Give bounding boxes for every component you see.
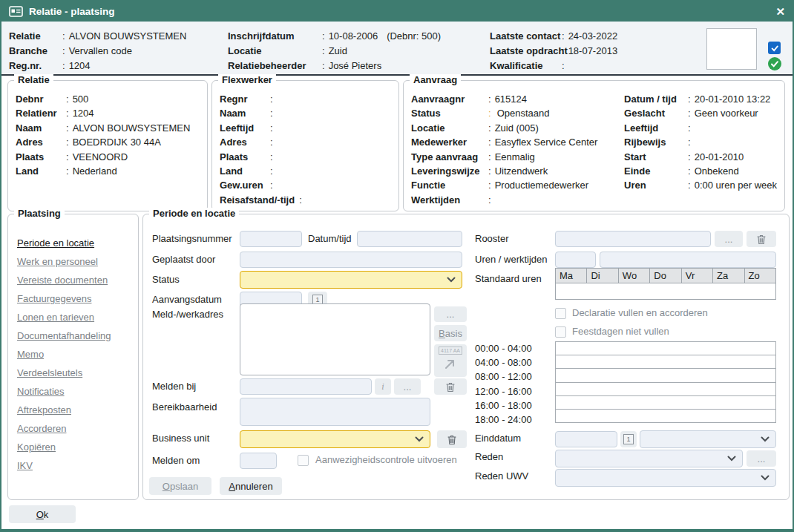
nav-item-periode-en-locatie[interactable]: Periode en locatie xyxy=(17,234,138,252)
ellipsis-icon: ... xyxy=(447,309,455,320)
aanvraag-left-column: Aanvraagnr:615124 Status:Openstaand Loca… xyxy=(411,92,624,207)
trash-icon xyxy=(447,434,457,445)
status-select[interactable] xyxy=(240,271,462,289)
feestdagen-label: Feestdagen niet vullen xyxy=(572,326,669,338)
rooster-browse-button[interactable]: ... xyxy=(715,231,743,247)
field-value: José Pieters xyxy=(329,59,382,73)
time-slot-input[interactable] xyxy=(555,409,776,423)
field-row: Reisafstand/-tijd: xyxy=(220,193,391,207)
nav-item-ikv[interactable]: IKV xyxy=(17,456,138,475)
einddatum-select[interactable] xyxy=(640,430,776,448)
nav-item-accorderen[interactable]: Accorderen xyxy=(17,419,138,438)
map-button[interactable]: 4117 AA xyxy=(434,344,467,377)
nav-item-memo[interactable]: Memo xyxy=(17,345,138,364)
nav-item-lonen-en-tarieven[interactable]: Lonen en tarieven xyxy=(17,308,138,326)
aanwezigheidscontrole-label: Aanwezigheidscontrole uitvoeren xyxy=(315,454,457,466)
rooster-delete-button[interactable] xyxy=(747,231,776,247)
nav-item-kopieren[interactable]: Kopiëren xyxy=(17,438,138,456)
rooster-input[interactable] xyxy=(555,231,711,247)
groupbox-legend: Flexwerker xyxy=(218,74,276,85)
datum-tijd-input[interactable] xyxy=(357,231,462,247)
field-label: Branche xyxy=(9,44,62,59)
feestdagen-checkbox[interactable] xyxy=(555,326,566,338)
chevron-down-icon xyxy=(447,277,456,283)
reden-label: Reden xyxy=(475,449,503,465)
field-value: Zuid xyxy=(329,44,347,59)
annuleren-button[interactable]: Annuleren xyxy=(220,477,282,495)
field-label: Locatie xyxy=(228,44,322,59)
melden-bij-info-button[interactable]: i xyxy=(375,378,391,395)
time-slot-input[interactable] xyxy=(555,382,776,396)
checked-checkbox[interactable] xyxy=(768,42,781,54)
time-slot-labels: 00:00 - 04:00 04:00 - 08:00 08:00 - 12:0… xyxy=(475,341,532,427)
field-label: Laatste opdracht xyxy=(490,44,562,59)
field-label: Kwalificatie xyxy=(490,59,562,73)
standaard-uren-header: Ma Di Wo Do Vr Za Zo xyxy=(556,269,775,283)
opslaan-button[interactable]: Opslaan xyxy=(149,477,211,495)
plaatsingsnummer-label: Plaatsingsnummer xyxy=(152,231,232,247)
field-row: Naam: xyxy=(220,106,391,120)
header-field: Laatste opdracht:18-07-2013 xyxy=(490,44,617,59)
meld-werkadres-label: Meld-/werkadres xyxy=(152,306,223,323)
field-row: Leeftijd: xyxy=(624,121,777,135)
aanwezigheidscontrole-checkbox[interactable] xyxy=(298,455,309,466)
meld-werkadres-textarea[interactable] xyxy=(240,303,430,375)
nav-item-factuurgegevens[interactable]: Factuurgegevens xyxy=(17,289,138,308)
basis-button[interactable]: Basis xyxy=(434,325,467,341)
melden-om-input[interactable] xyxy=(240,453,277,469)
header-column-1: Relatie:ALVON BOUWSYSTEMEN Branche:Verva… xyxy=(9,29,186,73)
business-unit-select[interactable] xyxy=(240,430,430,448)
melden-bij-delete-button[interactable] xyxy=(434,378,467,395)
nav-item-documentafhandeling[interactable]: Documentafhandeling xyxy=(17,326,138,345)
geplaatst-door-input[interactable] xyxy=(240,252,462,268)
meld-werkadres-browse-button[interactable]: ... xyxy=(434,306,467,322)
melden-bij-browse-button[interactable]: ... xyxy=(394,378,421,395)
field-row: Einde:Onbekend xyxy=(624,164,777,178)
close-icon[interactable]: ✕ xyxy=(775,6,785,17)
time-slot-input[interactable] xyxy=(555,355,776,369)
nav-item-vereiste-documenten[interactable]: Vereiste documenten xyxy=(17,271,138,289)
werktijden-input[interactable] xyxy=(600,252,776,268)
field-row: Uren:0:00 uren per week xyxy=(624,178,777,192)
reden-uwv-select[interactable] xyxy=(555,469,776,487)
standaard-uren-row[interactable] xyxy=(556,283,775,299)
melden-bij-input[interactable] xyxy=(240,378,372,395)
field-value: VEENOORD xyxy=(73,150,128,164)
declaratie-vullen-checkbox[interactable] xyxy=(555,308,566,319)
time-slot-input[interactable] xyxy=(555,368,776,382)
field-row: Plaats:VEENOORD xyxy=(16,150,200,164)
weekday-header: Ma xyxy=(556,269,587,283)
uren-input[interactable] xyxy=(555,252,596,268)
business-unit-label: Business unit xyxy=(152,430,209,447)
plaatsingsnummer-input[interactable] xyxy=(240,231,302,247)
field-row: Relatienr:1204 xyxy=(16,106,200,120)
einddatum-input[interactable] xyxy=(555,431,617,447)
field-row: Leveringswijze:Uitzendwerk xyxy=(411,164,624,178)
field-row: Rijbewijs: xyxy=(624,135,777,149)
groupbox-legend: Plaatsing xyxy=(14,208,65,219)
debtor-number: (Debnr: 500) xyxy=(387,29,441,44)
reden-browse-button[interactable]: ... xyxy=(747,450,776,467)
field-row: Functie:Productiemedewerker xyxy=(411,178,624,192)
melden-bij-label: Melden bij xyxy=(152,378,196,395)
header-field: Relatiebeheerder:José Pieters xyxy=(228,59,441,73)
nav-item-notificaties[interactable]: Notificaties xyxy=(17,382,138,401)
declaratie-vullen-label: Declaratie vullen en accorderen xyxy=(572,307,708,319)
reden-uwv-label: Reden UWV xyxy=(475,468,528,485)
ok-button[interactable]: Ok xyxy=(9,505,76,523)
bereikbaarheid-textarea[interactable] xyxy=(240,398,430,426)
nav-item-aftrekposten[interactable]: Aftrekposten xyxy=(17,401,138,419)
einddatum-calendar-button[interactable]: 1 xyxy=(620,431,637,447)
nav-item-verdeelsleutels[interactable]: Verdeelsleutels xyxy=(17,364,138,382)
nav-item-werk-en-personeel[interactable]: Werk en personeel xyxy=(17,252,138,271)
header-field: Branche:Vervallen code xyxy=(9,44,186,59)
field-row: Werktijden: xyxy=(411,193,624,207)
trash-icon xyxy=(756,234,767,245)
business-unit-delete-button[interactable] xyxy=(437,430,467,448)
field-row: Leeftijd: xyxy=(220,121,391,135)
time-slot-input[interactable] xyxy=(555,341,776,355)
time-slot-input[interactable] xyxy=(555,395,776,410)
reden-select[interactable] xyxy=(555,450,743,467)
status-label: Status xyxy=(152,272,180,288)
header-field: Relatie:ALVON BOUWSYSTEMEN xyxy=(9,29,186,44)
